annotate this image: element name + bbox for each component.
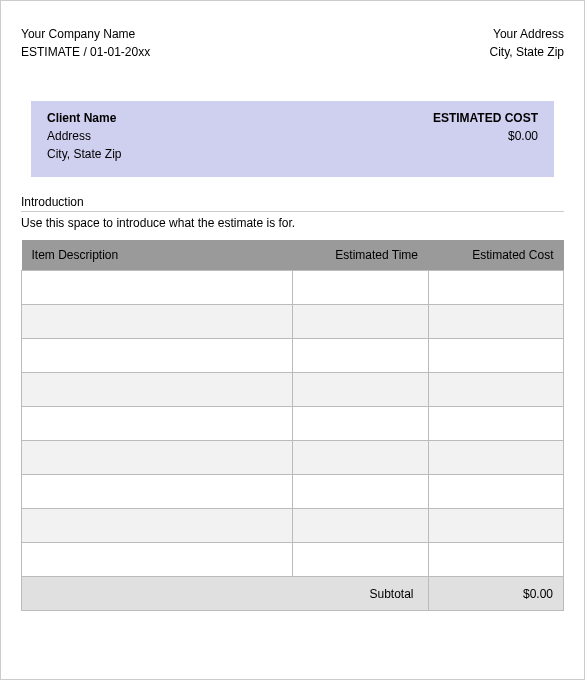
cell-time	[293, 509, 429, 543]
introduction-text: Use this space to introduce what the est…	[21, 216, 564, 230]
subtotal-row: Subtotal $0.00	[22, 577, 564, 611]
table-row	[22, 509, 564, 543]
cell-desc	[22, 475, 293, 509]
cell-time	[293, 441, 429, 475]
estimate-date-line: ESTIMATE / 01-01-20xx	[21, 43, 150, 61]
cell-cost	[428, 543, 564, 577]
cell-cost	[428, 475, 564, 509]
cell-time	[293, 339, 429, 373]
estimate-document: Your Company Name ESTIMATE / 01-01-20xx …	[0, 0, 585, 680]
client-address: Address	[47, 129, 121, 143]
cell-time	[293, 373, 429, 407]
cell-cost	[428, 373, 564, 407]
cell-time	[293, 475, 429, 509]
col-header-description: Item Description	[22, 240, 293, 271]
cell-time	[293, 305, 429, 339]
client-info-box: Client Name Address City, State Zip ESTI…	[31, 101, 554, 177]
company-name: Your Company Name	[21, 25, 150, 43]
header-company-block: Your Company Name ESTIMATE / 01-01-20xx	[21, 25, 150, 61]
cell-cost	[428, 407, 564, 441]
cell-cost	[428, 441, 564, 475]
client-city-state-zip: City, State Zip	[47, 147, 121, 161]
introduction-heading: Introduction	[21, 195, 564, 209]
table-row	[22, 543, 564, 577]
estimated-cost-block: ESTIMATED COST $0.00	[433, 111, 538, 165]
table-row	[22, 475, 564, 509]
cell-cost	[428, 509, 564, 543]
subtotal-label: Subtotal	[22, 577, 429, 611]
table-row	[22, 339, 564, 373]
col-header-time: Estimated Time	[293, 240, 429, 271]
table-row	[22, 441, 564, 475]
client-details: Client Name Address City, State Zip	[47, 111, 121, 165]
table-row	[22, 407, 564, 441]
cell-desc	[22, 271, 293, 305]
header-address-block: Your Address City, State Zip	[490, 25, 564, 61]
cell-desc	[22, 441, 293, 475]
company-address-line2: City, State Zip	[490, 43, 564, 61]
table-body: Subtotal $0.00	[22, 271, 564, 611]
table-row	[22, 373, 564, 407]
estimated-cost-label: ESTIMATED COST	[433, 111, 538, 125]
cell-desc	[22, 305, 293, 339]
cell-desc	[22, 543, 293, 577]
client-name: Client Name	[47, 111, 121, 125]
document-header: Your Company Name ESTIMATE / 01-01-20xx …	[21, 25, 564, 61]
cell-desc	[22, 407, 293, 441]
table-row	[22, 271, 564, 305]
cell-time	[293, 543, 429, 577]
company-address-line1: Your Address	[490, 25, 564, 43]
estimate-table: Item Description Estimated Time Estimate…	[21, 240, 564, 611]
estimated-cost-value: $0.00	[433, 129, 538, 143]
col-header-cost: Estimated Cost	[428, 240, 564, 271]
table-row	[22, 305, 564, 339]
cell-desc	[22, 509, 293, 543]
cell-desc	[22, 339, 293, 373]
divider	[21, 211, 564, 212]
cell-desc	[22, 373, 293, 407]
subtotal-value: $0.00	[428, 577, 564, 611]
cell-cost	[428, 339, 564, 373]
cell-cost	[428, 271, 564, 305]
cell-cost	[428, 305, 564, 339]
cell-time	[293, 271, 429, 305]
table-header-row: Item Description Estimated Time Estimate…	[22, 240, 564, 271]
cell-time	[293, 407, 429, 441]
